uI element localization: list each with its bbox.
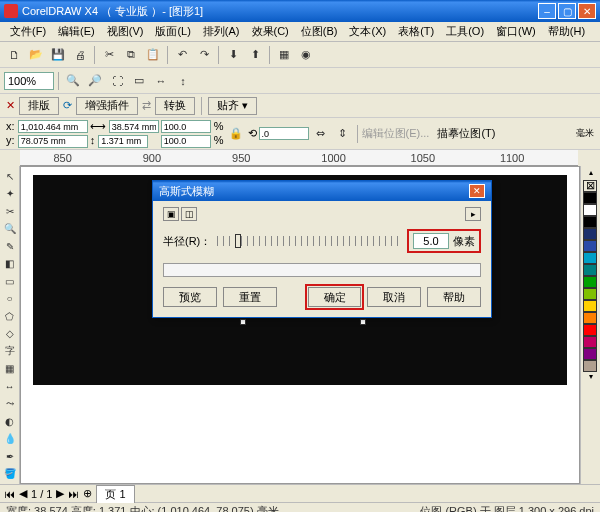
welcome-icon[interactable]: ◉ xyxy=(296,45,316,65)
zoom-out-icon[interactable]: 🔎 xyxy=(85,71,105,91)
menu-table[interactable]: 表格(T) xyxy=(392,22,440,41)
color-swatch[interactable] xyxy=(583,336,597,348)
next-page-icon[interactable]: ▶ xyxy=(56,487,64,500)
color-swatch[interactable] xyxy=(583,252,597,264)
export-icon[interactable]: ⬆ xyxy=(245,45,265,65)
eyedropper-icon[interactable]: 💧 xyxy=(1,431,18,448)
rotation-input[interactable] xyxy=(259,127,309,140)
color-swatch[interactable] xyxy=(583,228,597,240)
trace-bitmap-link[interactable]: 描摹位图(T) xyxy=(437,126,495,141)
pick-tool-icon[interactable]: ↖ xyxy=(1,168,18,185)
maximize-button[interactable]: ▢ xyxy=(558,3,576,19)
ellipse-tool-icon[interactable]: ○ xyxy=(1,291,18,308)
color-swatch[interactable] xyxy=(583,264,597,276)
help-button[interactable]: 帮助 xyxy=(427,287,481,307)
redo-icon[interactable]: ↷ xyxy=(194,45,214,65)
preview-mode-1-icon[interactable]: ▣ xyxy=(163,207,179,221)
shape-tool-icon[interactable]: ✦ xyxy=(1,186,18,203)
copy-icon[interactable]: ⧉ xyxy=(121,45,141,65)
color-swatch[interactable] xyxy=(583,360,597,372)
dimension-icon[interactable]: ↔ xyxy=(1,378,18,395)
prev-page-icon[interactable]: ◀ xyxy=(19,487,27,500)
menu-help[interactable]: 帮助(H) xyxy=(542,22,591,41)
prop-typeset[interactable]: 排版 xyxy=(19,97,59,115)
ok-button[interactable]: 确定 xyxy=(308,287,362,307)
paste-icon[interactable]: 📋 xyxy=(143,45,163,65)
first-page-icon[interactable]: ⏮ xyxy=(4,488,15,500)
menu-window[interactable]: 窗口(W) xyxy=(490,22,542,41)
app-launcher-icon[interactable]: ▦ xyxy=(274,45,294,65)
color-swatch[interactable] xyxy=(583,324,597,336)
no-fill-swatch[interactable]: ⊠ xyxy=(583,180,597,192)
lock-ratio-icon[interactable]: 🔒 xyxy=(226,124,246,144)
page-tab[interactable]: 页 1 xyxy=(96,485,134,503)
color-swatch[interactable] xyxy=(583,276,597,288)
preview-button[interactable]: 预览 xyxy=(163,287,217,307)
color-swatch[interactable] xyxy=(583,348,597,360)
radius-slider[interactable] xyxy=(217,232,401,250)
import-icon[interactable]: ⬇ xyxy=(223,45,243,65)
last-page-icon[interactable]: ⏭ xyxy=(68,488,79,500)
cancel-button[interactable]: 取消 xyxy=(367,287,421,307)
mirror-v-icon[interactable]: ⇕ xyxy=(333,124,353,144)
menu-bitmap[interactable]: 位图(B) xyxy=(295,22,344,41)
crop-tool-icon[interactable]: ✂ xyxy=(1,203,18,220)
radius-input[interactable] xyxy=(413,233,449,249)
scale-y-input[interactable] xyxy=(161,135,211,148)
menu-view[interactable]: 视图(V) xyxy=(101,22,150,41)
width-input[interactable] xyxy=(109,120,159,133)
outline-icon[interactable]: ✒ xyxy=(1,448,18,465)
undo-icon[interactable]: ↶ xyxy=(172,45,192,65)
prop-snap[interactable]: 贴齐 ▾ xyxy=(208,97,257,115)
open-icon[interactable]: 📂 xyxy=(26,45,46,65)
table-tool-icon[interactable]: ▦ xyxy=(1,361,18,378)
height-input[interactable] xyxy=(98,135,148,148)
polygon-tool-icon[interactable]: ⬠ xyxy=(1,308,18,325)
menu-effects[interactable]: 效果(C) xyxy=(246,22,295,41)
new-icon[interactable]: 🗋 xyxy=(4,45,24,65)
zoom-fit-icon[interactable]: ⛶ xyxy=(107,71,127,91)
zoom-level[interactable]: 100% xyxy=(4,72,54,90)
print-icon[interactable]: 🖨 xyxy=(70,45,90,65)
fill-icon[interactable]: 🪣 xyxy=(1,466,18,483)
rectangle-tool-icon[interactable]: ▭ xyxy=(1,273,18,290)
zoom-width-icon[interactable]: ↔ xyxy=(151,71,171,91)
cut-icon[interactable]: ✂ xyxy=(99,45,119,65)
zoom-in-icon[interactable]: 🔍 xyxy=(63,71,83,91)
color-swatch[interactable] xyxy=(583,300,597,312)
add-page-icon[interactable]: ⊕ xyxy=(83,487,92,500)
pos-x-input[interactable] xyxy=(18,120,88,133)
scale-x-input[interactable] xyxy=(161,120,211,133)
save-icon[interactable]: 💾 xyxy=(48,45,68,65)
interactive-icon[interactable]: ◐ xyxy=(1,413,18,430)
freehand-tool-icon[interactable]: ✎ xyxy=(1,238,18,255)
prop-convert[interactable]: 转换 xyxy=(155,97,195,115)
minimize-button[interactable]: – xyxy=(538,3,556,19)
dialog-options-icon[interactable]: ▸ xyxy=(465,207,481,221)
close-button[interactable]: ✕ xyxy=(578,3,596,19)
pos-y-input[interactable] xyxy=(18,135,88,148)
reset-button[interactable]: 重置 xyxy=(223,287,277,307)
color-swatch[interactable] xyxy=(583,216,597,228)
basic-shapes-icon[interactable]: ◇ xyxy=(1,326,18,343)
slider-thumb[interactable] xyxy=(235,234,241,248)
text-tool-icon[interactable]: 字 xyxy=(1,343,18,360)
menu-text[interactable]: 文本(X) xyxy=(343,22,392,41)
color-swatch[interactable] xyxy=(583,204,597,216)
dialog-close-icon[interactable]: ✕ xyxy=(469,184,485,198)
mirror-h-icon[interactable]: ⇔ xyxy=(311,124,331,144)
palette-down-icon[interactable]: ▾ xyxy=(583,372,598,384)
zoom-tool-icon[interactable]: 🔍 xyxy=(1,221,18,238)
menu-layout[interactable]: 版面(L) xyxy=(149,22,196,41)
menu-arrange[interactable]: 排列(A) xyxy=(197,22,246,41)
smart-fill-icon[interactable]: ◧ xyxy=(1,256,18,273)
menu-tools[interactable]: 工具(O) xyxy=(440,22,490,41)
menu-file[interactable]: 文件(F) xyxy=(4,22,52,41)
menu-edit[interactable]: 编辑(E) xyxy=(52,22,101,41)
preview-mode-2-icon[interactable]: ◫ xyxy=(181,207,197,221)
connector-icon[interactable]: ⤳ xyxy=(1,396,18,413)
zoom-height-icon[interactable]: ↕ xyxy=(173,71,193,91)
zoom-page-icon[interactable]: ▭ xyxy=(129,71,149,91)
edit-bitmap-link[interactable]: 编辑位图(E)... xyxy=(362,126,430,141)
color-swatch[interactable] xyxy=(583,240,597,252)
